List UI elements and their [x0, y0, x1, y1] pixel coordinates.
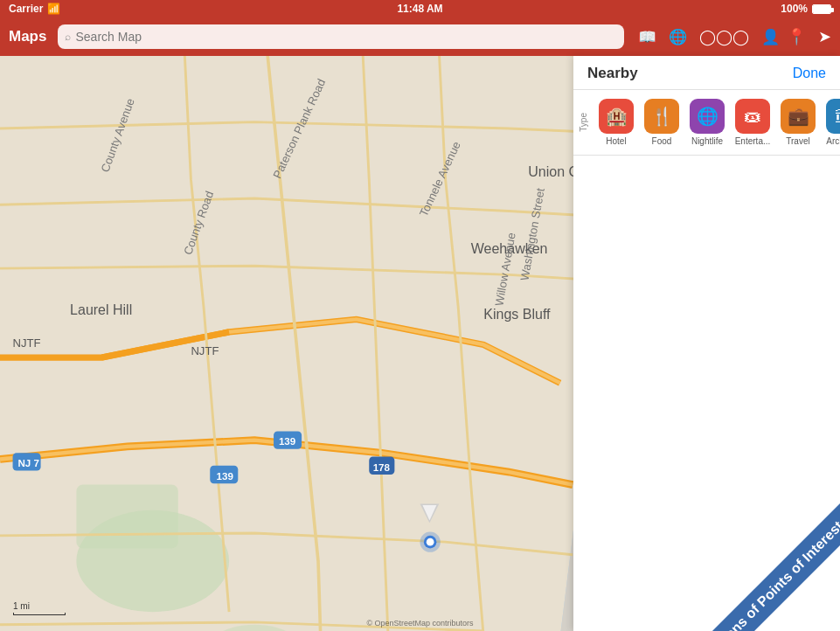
category-item-travel[interactable]: 💼 Travel [776, 95, 820, 149]
status-bar: Carrier 📶 11:48 AM 100% [0, 0, 840, 17]
svg-text:NJTF: NJTF [13, 336, 41, 350]
search-input[interactable] [75, 30, 617, 44]
nav-right-icons: 📍 ➤ [787, 27, 831, 46]
person-icon[interactable]: 👤 [761, 28, 780, 46]
search-bar[interactable]: ⌕ [58, 24, 624, 49]
bubble-icon[interactable]: ◯◯◯ [699, 28, 749, 46]
category-icon-architecture: 🏛 [826, 99, 840, 134]
category-items: 🏨 Hotel 🍴 Food 🌐 Nightlife 🎟 Enterta... … [591, 95, 840, 149]
pin-icon[interactable]: 📍 [787, 27, 806, 46]
nearby-panel: Nearby Done Type 🏨 Hotel 🍴 Food 🌐 Nightl… [573, 56, 840, 631]
battery-pct-label: 100% [781, 3, 808, 15]
battery-icon [812, 4, 831, 14]
svg-text:139: 139 [217, 470, 234, 482]
status-right: 100% [781, 3, 831, 15]
category-item-food[interactable]: 🍴 Food [640, 95, 684, 149]
category-icon-hotel: 🏨 [599, 99, 634, 134]
scale-line [13, 613, 66, 615]
search-icon: ⌕ [65, 31, 71, 43]
status-time: 11:48 AM [397, 3, 442, 15]
status-left: Carrier 📶 [9, 3, 60, 15]
panel-title: Nearby [587, 65, 638, 82]
svg-point-35 [427, 538, 434, 546]
svg-text:NJTF: NJTF [191, 344, 219, 357]
category-icon-entertainment: 🎟 [735, 99, 770, 134]
navigation-icon[interactable]: ➤ [818, 27, 831, 46]
category-label-entertainment: Enterta... [735, 136, 771, 146]
category-item-architecture[interactable]: 🏛 Archite... [822, 95, 840, 149]
category-item-entertainment[interactable]: 🎟 Enterta... [731, 95, 774, 149]
bookmark-icon[interactable]: 📖 [638, 28, 656, 46]
results-list [573, 156, 840, 631]
map-attribution: © OpenStreetMap contributors [366, 619, 473, 628]
carrier-label: Carrier [9, 3, 43, 15]
nav-icons: 📖 🌐 ◯◯◯ 👤 [638, 28, 780, 46]
category-item-nightlife[interactable]: 🌐 Nightlife [685, 95, 729, 149]
svg-text:Laurel Hill: Laurel Hill [70, 302, 132, 317]
category-label-food: Food [652, 136, 672, 146]
panel-header: Nearby Done [573, 56, 840, 90]
wifi-icon: 📶 [47, 3, 60, 15]
category-item-hotel[interactable]: 🏨 Hotel [594, 95, 638, 149]
category-label-hotel: Hotel [606, 136, 626, 146]
category-icon-nightlife: 🌐 [690, 99, 725, 134]
svg-text:Kings Bluff: Kings Bluff [483, 307, 551, 322]
globe-icon[interactable]: 🌐 [669, 28, 687, 46]
battery-fill [813, 5, 830, 13]
svg-rect-2 [76, 485, 177, 549]
category-label-nightlife: Nightlife [691, 136, 723, 146]
category-label-travel: Travel [786, 136, 809, 146]
maps-title[interactable]: Maps [9, 28, 46, 45]
category-label-architecture: Archite... [826, 136, 840, 146]
scale-label: 1 mi [13, 601, 66, 611]
type-label: Type [573, 113, 591, 132]
svg-text:178: 178 [373, 461, 391, 473]
svg-text:139: 139 [279, 435, 296, 447]
svg-text:NJ 7: NJ 7 [17, 457, 39, 468]
category-icon-travel: 💼 [781, 99, 816, 134]
nav-bar: Maps ⌕ 📖 🌐 ◯◯◯ 👤 📍 ➤ [0, 17, 840, 56]
done-button[interactable]: Done [793, 66, 826, 81]
scale-bar: 1 mi [13, 601, 66, 615]
category-row: Type 🏨 Hotel 🍴 Food 🌐 Nightlife 🎟 Entert… [573, 90, 840, 156]
category-icon-food: 🍴 [644, 99, 679, 134]
